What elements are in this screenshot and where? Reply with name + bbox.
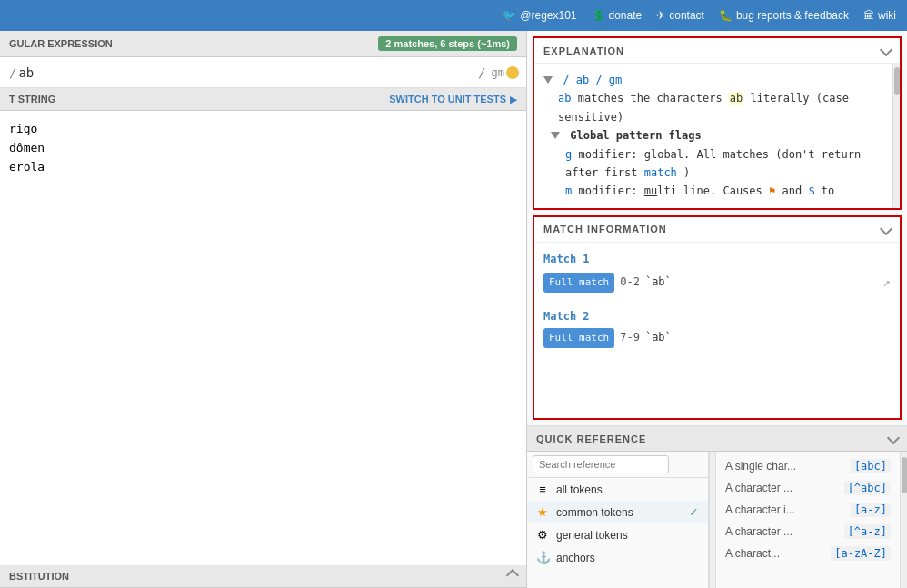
match-2-block: Match 2 Full match 7-9 `ab` <box>543 307 891 348</box>
explanation-m-text: modifier: multi line. Causes <box>578 184 762 197</box>
gear-icon: ⚙ <box>536 528 549 542</box>
explanation-collapse-icon[interactable] <box>878 44 891 57</box>
explanation-g-modifier: g modifier: global. All matches (don't r… <box>543 145 883 183</box>
topbar-wiki-label: wiki <box>878 9 896 22</box>
match-info-body: Match 1 Full match 0-2 `ab` ↗ Match 2 Fu… <box>534 243 900 418</box>
topbar-contact-label: contact <box>669 9 704 22</box>
explanation-g-text: modifier: global. All matches (don't ret… <box>565 148 861 179</box>
match-info-title: MATCH INFORMATION <box>543 224 667 234</box>
explanation-path-line: / ab / gm <box>543 71 883 89</box>
flag-icon <box>506 66 519 79</box>
switch-chevron-icon: ▶ <box>510 95 517 105</box>
topbar-wiki-link[interactable]: 🏛 wiki <box>863 9 896 22</box>
qr-ref-desc-5: A charact... <box>725 547 823 560</box>
explanation-flags-title: Global pattern flags <box>570 129 702 142</box>
match-2-badge: Full match <box>543 328 614 348</box>
explanation-header: EXPLANATION <box>534 38 900 64</box>
match-info-section: MATCH INFORMATION Match 1 Full match 0-2… <box>533 215 902 420</box>
topbar-donate-link[interactable]: 💲 donate <box>592 9 643 22</box>
send-icon: ✈ <box>656 9 665 22</box>
topbar: 🐦 @regex101 💲 donate ✈ contact 🐛 bug rep… <box>0 0 907 31</box>
qr-search-row <box>527 452 708 478</box>
match-1-block: Match 1 Full match 0-2 `ab` ↗ <box>543 250 891 294</box>
qr-category-common-tokens[interactable]: ★ common tokens ✓ <box>527 501 708 523</box>
topbar-twitter-link[interactable]: 🐦 @regex101 <box>503 9 576 22</box>
qr-ref-desc-1: A single char... <box>725 460 843 473</box>
qr-left-scrollbar[interactable] <box>709 452 716 588</box>
qr-category-list: ≡ all tokens ★ common tokens ✓ ⚙ general… <box>527 478 708 588</box>
explanation-ab-literal: ab <box>729 92 743 105</box>
qr-ref-code-2: [^abc] <box>844 481 891 495</box>
qr-all-tokens-label: all tokens <box>556 483 699 496</box>
qr-ref-item-4[interactable]: A character ... [^a-z] <box>716 521 900 543</box>
match-1-badge: Full match <box>543 273 614 293</box>
explanation-m-orange: ⚑ <box>769 184 775 197</box>
explanation-m-modifier: m modifier: multi line. Causes ⚑ and $ t… <box>543 182 883 200</box>
twitter-icon: 🐦 <box>503 9 516 22</box>
qr-ref-code-1: [abc] <box>851 459 891 473</box>
test-string-header: T STRING SWITCH TO UNIT TESTS ▶ <box>0 88 526 111</box>
match-1-range: 0-2 <box>620 273 640 293</box>
explanation-ab-token: ab <box>558 92 571 105</box>
explanation-g-token: g <box>565 148 572 161</box>
bug-icon: 🐛 <box>719 9 733 22</box>
topbar-twitter-label: @regex101 <box>520 9 576 22</box>
qr-scrollbar-thumb <box>902 457 907 493</box>
test-string-area[interactable]: rigo dômen erola <box>0 111 526 565</box>
match-info-header: MATCH INFORMATION <box>534 217 900 243</box>
match-1-label: Match 1 <box>543 250 891 270</box>
explanation-m-token: m <box>565 184 572 197</box>
match-2-value: `ab` <box>645 328 672 348</box>
left-panel: GULAR EXPRESSION 2 matches, 6 steps (~1m… <box>0 31 527 588</box>
match-info-collapse-icon[interactable] <box>878 223 891 236</box>
quick-ref-collapse-icon[interactable] <box>885 432 898 445</box>
qr-ref-code-3: [a-z] <box>851 503 891 517</box>
qr-common-tokens-label: common tokens <box>556 506 682 519</box>
test-line-1: rigo <box>9 120 517 139</box>
right-panel: EXPLANATION / ab / gm ab matches the cha… <box>527 31 907 588</box>
topbar-contact-link[interactable]: ✈ contact <box>656 9 704 22</box>
main-layout: GULAR EXPRESSION 2 matches, 6 steps (~1m… <box>0 31 907 588</box>
test-line-2: dômen <box>9 139 517 158</box>
explanation-m-and: and <box>782 184 808 197</box>
check-icon: ✓ <box>689 505 699 519</box>
qr-ref-item-3[interactable]: A character i... [a-z] <box>716 499 900 521</box>
explanation-ab-desc: matches the characters <box>578 92 729 105</box>
qr-anchors-label: anchors <box>556 552 699 564</box>
share-icon-1[interactable]: ↗ <box>883 271 891 294</box>
qr-right-scrollbar[interactable] <box>900 452 907 588</box>
topbar-bug-label: bug reports & feedback <box>736 9 849 22</box>
test-string-title: T STRING <box>9 94 55 105</box>
qr-category-all-tokens[interactable]: ≡ all tokens <box>527 478 708 501</box>
explanation-scrollbar-thumb <box>894 67 900 95</box>
switch-unit-tests-button[interactable]: SWITCH TO UNIT TESTS ▶ <box>389 94 517 105</box>
topbar-bug-link[interactable]: 🐛 bug reports & feedback <box>719 9 849 22</box>
quick-ref-header: QUICK REFERENCE <box>527 426 907 452</box>
qr-category-general-tokens[interactable]: ⚙ general tokens <box>527 523 708 546</box>
regex-input-row: / ab / gm <box>0 57 526 88</box>
qr-categories-panel: ≡ all tokens ★ common tokens ✓ ⚙ general… <box>527 452 709 588</box>
qr-general-tokens-label: general tokens <box>556 529 699 542</box>
explanation-path: / ab / gm <box>563 74 622 86</box>
qr-ref-item-1[interactable]: A single char... [abc] <box>716 455 900 477</box>
explanation-m-dollar: $ <box>808 184 814 197</box>
dollar-icon: 💲 <box>592 9 605 22</box>
explanation-flags-group: Global pattern flags <box>543 126 883 145</box>
regex-section-title: GULAR EXPRESSION <box>9 38 113 49</box>
regex-open-slash: / <box>9 65 16 80</box>
star-icon: ★ <box>536 505 549 519</box>
qr-ref-item-5[interactable]: A charact... [a-zA-Z] <box>716 543 900 564</box>
library-icon: 🏛 <box>863 9 874 22</box>
qr-search-input[interactable] <box>533 455 669 473</box>
regex-section-header: GULAR EXPRESSION 2 matches, 6 steps (~1m… <box>0 31 526 57</box>
substitution-title: BSTITUTION <box>9 571 69 582</box>
qr-ref-item-2[interactable]: A character ... [^abc] <box>716 477 900 499</box>
quick-ref-section: QUICK REFERENCE ≡ all tokens <box>527 425 907 588</box>
explanation-ab-line: ab matches the characters ab literally (… <box>543 89 883 126</box>
qr-references-panel: A single char... [abc] A character ... [… <box>716 452 900 588</box>
explanation-section: EXPLANATION / ab / gm ab matches the cha… <box>533 36 902 210</box>
explanation-scrollbar[interactable] <box>892 64 900 208</box>
explanation-g-match: match <box>644 166 677 179</box>
qr-category-anchors[interactable]: ⚓ anchors <box>527 546 708 569</box>
qr-ref-desc-2: A character ... <box>725 482 837 494</box>
